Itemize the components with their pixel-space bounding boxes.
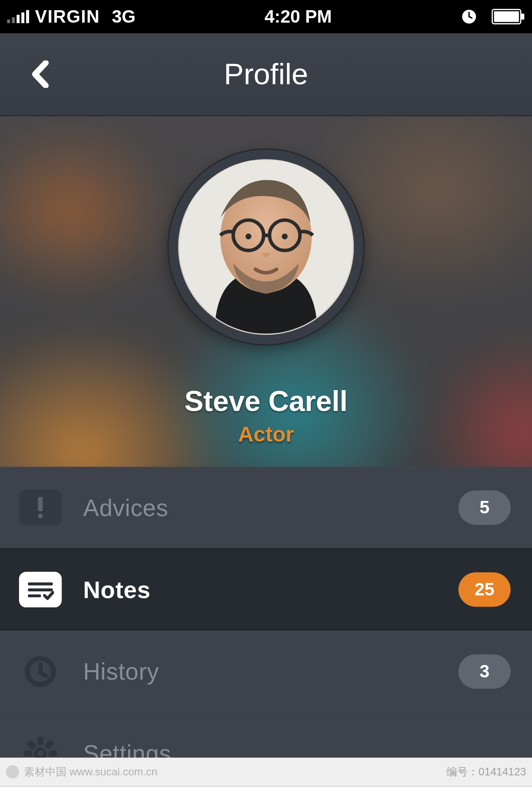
watermark-label: 素材中国 www.sucai.com.cn xyxy=(24,765,157,779)
menu-label: History xyxy=(83,658,437,685)
count-badge: 3 xyxy=(458,654,511,689)
menu-item-history[interactable]: History 3 xyxy=(0,630,532,712)
svg-rect-20 xyxy=(49,751,57,756)
svg-rect-12 xyxy=(28,583,53,586)
watermark-logo-icon xyxy=(6,765,19,778)
svg-rect-2 xyxy=(494,11,519,22)
alarm-icon xyxy=(461,8,477,25)
profile-hero: Steve Carell Actor xyxy=(0,117,532,467)
svg-point-9 xyxy=(282,234,288,239)
svg-rect-10 xyxy=(38,497,43,511)
profile-name: Steve Carell xyxy=(184,385,348,418)
back-button[interactable] xyxy=(17,51,64,98)
watermark-text: 素材中国 www.sucai.com.cn xyxy=(6,765,157,779)
nav-bar: Profile xyxy=(0,33,532,117)
status-bar: VIRGIN 3G 4:20 PM xyxy=(0,0,532,33)
battery-icon xyxy=(492,9,525,24)
svg-point-8 xyxy=(246,234,251,239)
code-value: 01414123 xyxy=(478,766,526,778)
code-label: 编号： xyxy=(446,766,478,778)
svg-rect-3 xyxy=(521,14,524,20)
svg-point-25 xyxy=(37,751,43,756)
app-screen: VIRGIN 3G 4:20 PM Profile xyxy=(0,0,532,786)
menu-item-notes[interactable]: Notes 25 xyxy=(0,549,532,631)
menu-label: Notes xyxy=(83,576,437,603)
carrier-label: VIRGIN xyxy=(35,7,100,27)
svg-rect-14 xyxy=(28,595,41,598)
svg-rect-21 xyxy=(44,739,55,750)
svg-rect-17 xyxy=(37,737,43,745)
notes-icon xyxy=(19,572,62,607)
network-label: 3G xyxy=(112,7,136,27)
avatar[interactable] xyxy=(168,149,365,346)
menu-item-advices[interactable]: Advices 5 xyxy=(0,467,532,549)
svg-rect-19 xyxy=(24,751,32,756)
count-badge: 25 xyxy=(458,572,511,607)
status-time: 4:20 PM xyxy=(141,7,455,27)
watermark-bar: 素材中国 www.sucai.com.cn 编号：01414123 xyxy=(0,758,532,786)
signal-icon xyxy=(7,10,29,23)
svg-point-11 xyxy=(38,513,43,518)
svg-rect-23 xyxy=(27,739,37,750)
page-title: Profile xyxy=(0,57,532,92)
menu-label: Advices xyxy=(83,494,437,521)
count-badge: 5 xyxy=(458,490,511,525)
profile-role: Actor xyxy=(238,422,294,447)
menu-list: Advices 5 Notes 25 xyxy=(0,467,532,786)
watermark-code: 编号：01414123 xyxy=(446,765,526,779)
alert-icon xyxy=(19,490,62,525)
history-icon xyxy=(19,654,62,689)
svg-rect-13 xyxy=(28,588,53,591)
